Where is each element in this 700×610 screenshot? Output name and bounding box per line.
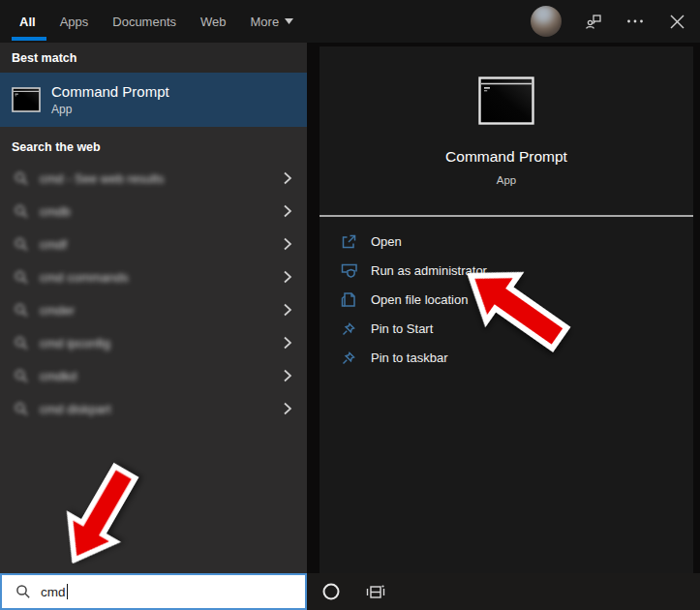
web-suggestion-row[interactable]: cmd ipconfig bbox=[0, 326, 307, 359]
results-panel: Best match Command Prompt App Search the… bbox=[0, 43, 307, 573]
search-icon bbox=[14, 204, 29, 219]
cortana-icon[interactable] bbox=[321, 582, 341, 601]
search-web-header: Search the web bbox=[0, 127, 307, 162]
search-icon bbox=[14, 303, 29, 318]
open-icon bbox=[341, 233, 358, 250]
best-match-subtitle: App bbox=[51, 103, 169, 116]
app-title: Command Prompt bbox=[320, 148, 693, 166]
search-icon bbox=[14, 237, 29, 252]
web-suggestion-row[interactable]: cmdkd bbox=[0, 359, 307, 392]
more-options-icon[interactable] bbox=[625, 12, 645, 31]
chevron-right-icon bbox=[282, 336, 293, 350]
taskbar bbox=[307, 573, 700, 610]
best-match-header: Best match bbox=[0, 43, 307, 73]
filter-tabs: All Apps Documents Web More bbox=[19, 0, 293, 43]
suggestion-text: cmdf bbox=[40, 237, 274, 252]
divider bbox=[320, 215, 693, 217]
avatar-photo bbox=[531, 6, 562, 37]
web-suggestion-row[interactable]: cmd diskpart bbox=[0, 392, 307, 425]
tab-web[interactable]: Web bbox=[200, 15, 227, 29]
search-icon bbox=[14, 369, 29, 383]
pin-icon bbox=[341, 320, 358, 337]
tab-apps[interactable]: Apps bbox=[60, 15, 89, 29]
best-match-title: Command Prompt bbox=[51, 83, 169, 100]
web-suggestion-row[interactable]: cmdb bbox=[0, 195, 307, 228]
command-prompt-icon bbox=[478, 76, 534, 125]
web-suggestion-row[interactable]: cmd commands bbox=[0, 260, 307, 293]
best-match-result[interactable]: Command Prompt App bbox=[0, 73, 307, 127]
command-prompt-icon bbox=[12, 87, 41, 112]
suggestion-text: cmdkd bbox=[40, 369, 274, 383]
chevron-down-icon bbox=[285, 18, 293, 24]
pin-icon bbox=[341, 350, 358, 366]
tab-all[interactable]: All bbox=[19, 15, 36, 29]
text-cursor bbox=[67, 584, 68, 599]
open-file-location-icon bbox=[341, 291, 358, 308]
user-avatar[interactable] bbox=[531, 6, 562, 37]
chevron-right-icon bbox=[282, 369, 293, 382]
close-icon[interactable] bbox=[667, 12, 686, 31]
suggestion-text: cmder bbox=[40, 303, 274, 318]
suggestion-text: cmd commands bbox=[40, 270, 274, 285]
chevron-right-icon bbox=[282, 204, 293, 218]
chevron-right-icon bbox=[282, 237, 293, 251]
taskbar-search-input[interactable]: cmd bbox=[0, 573, 307, 610]
tab-more[interactable]: More bbox=[251, 15, 294, 29]
app-subtitle: App bbox=[320, 174, 693, 186]
search-query-text: cmd bbox=[41, 585, 66, 599]
suggestion-text: cmd - See web results bbox=[40, 171, 274, 186]
action-open[interactable]: Open bbox=[320, 227, 693, 256]
chevron-right-icon bbox=[282, 270, 293, 284]
search-icon bbox=[14, 336, 29, 351]
search-icon bbox=[15, 584, 31, 599]
chevron-right-icon bbox=[282, 402, 293, 415]
chevron-right-icon bbox=[282, 303, 293, 317]
run-as-admin-icon bbox=[341, 262, 358, 279]
search-icon bbox=[14, 171, 29, 186]
suggestion-text: cmd diskpart bbox=[40, 402, 274, 416]
action-pin-to-taskbar[interactable]: Pin to taskbar bbox=[320, 343, 693, 372]
suggestion-text: cmdb bbox=[40, 204, 274, 219]
feedback-icon[interactable] bbox=[584, 12, 603, 31]
search-icon bbox=[14, 402, 29, 416]
search-icon bbox=[14, 270, 29, 285]
web-suggestion-row[interactable]: cmdf bbox=[0, 228, 307, 260]
search-topbar: All Apps Documents Web More bbox=[0, 0, 700, 43]
task-view-icon[interactable] bbox=[365, 583, 386, 601]
tab-documents[interactable]: Documents bbox=[112, 15, 176, 29]
suggestion-text: cmd ipconfig bbox=[40, 336, 274, 351]
active-tab-indicator bbox=[12, 37, 46, 41]
web-suggestion-row[interactable]: cmd - See web results bbox=[0, 162, 307, 195]
web-suggestion-row[interactable]: cmder bbox=[0, 293, 307, 326]
chevron-right-icon bbox=[282, 171, 293, 185]
